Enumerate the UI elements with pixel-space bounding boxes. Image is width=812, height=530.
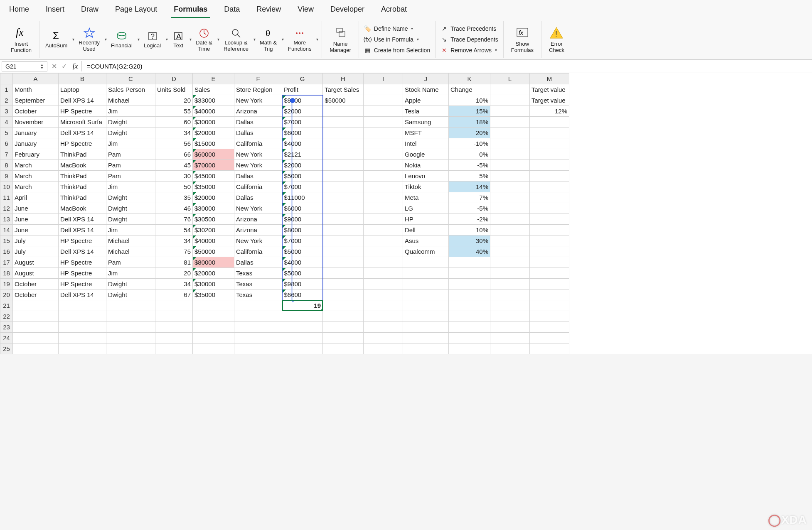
chevron-down-icon[interactable]: ▾ [217,37,219,42]
col-header-C[interactable]: C [106,74,155,84]
cell-E12[interactable]: $30000 [193,203,234,214]
cell-H24[interactable] [323,333,364,344]
cell-K10[interactable]: 14% [449,182,490,192]
row-header-11[interactable]: 11 [0,192,13,203]
cell-D3[interactable]: 55 [155,106,193,117]
row-header-15[interactable]: 15 [0,236,13,246]
col-header-F[interactable]: F [234,74,282,84]
cell-E16[interactable]: $50000 [193,246,234,257]
cell-A13[interactable]: June [13,214,59,225]
cell-G6[interactable]: $4000 [282,138,323,149]
cell-J8[interactable]: Nokia [403,160,449,171]
cell-C21[interactable] [106,300,155,311]
cell-H16[interactable] [323,246,364,257]
cell-M3[interactable]: 12% [530,106,569,117]
cell-C2[interactable]: Michael [106,95,155,106]
cell-B8[interactable]: MacBook [59,160,106,171]
cell-M2[interactable]: Target value [530,95,569,106]
cell-B18[interactable]: HP Spectre [59,268,106,279]
cell-M23[interactable] [530,322,569,333]
cell-B21[interactable] [59,300,106,311]
row-header-6[interactable]: 6 [0,138,13,149]
cell-C6[interactable]: Jim [106,138,155,149]
cell-G16[interactable]: $5000 [282,246,323,257]
cell-A19[interactable]: October [13,279,59,290]
cell-G13[interactable]: $9000 [282,214,323,225]
cell-L24[interactable] [490,333,530,344]
cell-C13[interactable]: Dwight [106,214,155,225]
cell-L11[interactable] [490,192,530,203]
cell-E2[interactable]: $33000 [193,95,234,106]
cell-C14[interactable]: Jim [106,225,155,236]
remove-arrows-button[interactable]: ✕Remove Arrows▾ [439,46,500,55]
cell-L14[interactable] [490,225,530,236]
cell-B13[interactable]: Dell XPS 14 [59,214,106,225]
cell-C23[interactable] [106,322,155,333]
cell-M17[interactable] [530,257,569,268]
cell-K5[interactable]: 20% [449,128,490,138]
cell-G14[interactable]: $8000 [282,225,323,236]
chevron-down-icon[interactable]: ▾ [417,37,419,42]
cell-K11[interactable]: 7% [449,192,490,203]
cell-G8[interactable]: $2000 [282,160,323,171]
cell-I19[interactable] [364,279,403,290]
cell-B25[interactable] [59,344,106,354]
cell-H13[interactable] [323,214,364,225]
cell-A5[interactable]: January [13,128,59,138]
row-header-5[interactable]: 5 [0,128,13,138]
cell-J23[interactable] [403,322,449,333]
cell-D19[interactable]: 34 [155,279,193,290]
cell-G9[interactable]: $5000 [282,171,323,182]
row-header-20[interactable]: 20 [0,290,13,300]
cell-I1[interactable] [364,84,403,95]
financial-button[interactable]: Financial [108,30,135,49]
cell-E3[interactable]: $40000 [193,106,234,117]
row-header-24[interactable]: 24 [0,333,13,344]
cell-J7[interactable]: Google [403,149,449,160]
cell-F11[interactable]: Dallas [234,192,282,203]
cell-K22[interactable] [449,311,490,322]
cell-K23[interactable] [449,322,490,333]
cell-H9[interactable] [323,171,364,182]
col-header-E[interactable]: E [193,74,234,84]
cell-D1[interactable]: Units Sold [155,84,193,95]
cell-L13[interactable] [490,214,530,225]
col-header-A[interactable]: A [13,74,59,84]
cell-E14[interactable]: $30200 [193,225,234,236]
cell-C19[interactable]: Dwight [106,279,155,290]
cell-J25[interactable] [403,344,449,354]
cell-A21[interactable] [13,300,59,311]
ribbon-tab-acrobat[interactable]: Acrobat [379,3,409,18]
cell-I25[interactable] [364,344,403,354]
cell-B15[interactable]: HP Spectre [59,236,106,246]
cell-J4[interactable]: Samsung [403,117,449,128]
cell-C12[interactable]: Dwight [106,203,155,214]
cell-K14[interactable]: 10% [449,225,490,236]
cell-C25[interactable] [106,344,155,354]
col-header-K[interactable]: K [449,74,490,84]
cell-G21[interactable]: 19 [282,300,323,311]
cell-D24[interactable] [155,333,193,344]
cell-E13[interactable]: $30500 [193,214,234,225]
cell-D13[interactable]: 76 [155,214,193,225]
cell-B23[interactable] [59,322,106,333]
cell-H17[interactable] [323,257,364,268]
cell-B6[interactable]: HP Spectre [59,138,106,149]
cell-C16[interactable]: Michael [106,246,155,257]
cell-J11[interactable]: Meta [403,192,449,203]
cell-L17[interactable] [490,257,530,268]
define-name-button[interactable]: 🏷️Define Name▾ [362,24,432,33]
cell-I8[interactable] [364,160,403,171]
cell-K13[interactable]: -2% [449,214,490,225]
cell-L8[interactable] [490,160,530,171]
cell-K19[interactable] [449,279,490,290]
cell-I16[interactable] [364,246,403,257]
cell-I14[interactable] [364,225,403,236]
cell-H11[interactable] [323,192,364,203]
cell-D20[interactable]: 67 [155,290,193,300]
cell-F25[interactable] [234,344,282,354]
row-header-7[interactable]: 7 [0,149,13,160]
cell-J18[interactable] [403,268,449,279]
cell-L4[interactable] [490,117,530,128]
cell-B14[interactable]: Dell XPS 14 [59,225,106,236]
